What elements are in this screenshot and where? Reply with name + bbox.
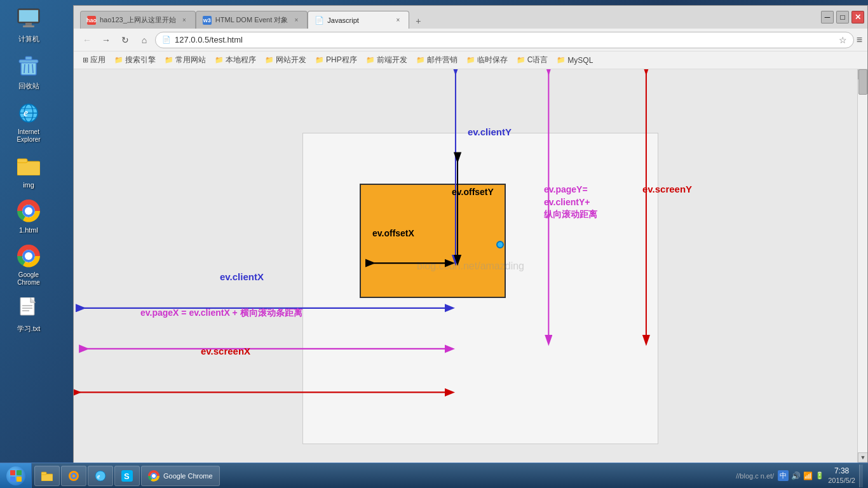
svg-point-23 xyxy=(25,252,32,260)
home-button[interactable]: ⌂ xyxy=(136,32,153,48)
scroll-thumb[interactable] xyxy=(858,69,867,95)
svg-point-20 xyxy=(25,207,32,215)
tabs-container: hao hao123_上网从这里开始 × w3 HTML DOM Event 对… xyxy=(77,6,427,29)
start-button[interactable] xyxy=(0,463,32,489)
folder-icon: 📁 xyxy=(557,56,566,64)
bookmark-email[interactable]: 📁 邮件营销 xyxy=(412,53,461,67)
chrome-menu-button[interactable]: ≡ xyxy=(857,34,862,46)
tab-javascript[interactable]: 📄 Javascript × xyxy=(308,11,409,29)
chrome-window: hao hao123_上网从这里开始 × w3 HTML DOM Event 对… xyxy=(73,5,868,463)
taskbar: e S xyxy=(0,463,868,488)
svg-text:S: S xyxy=(124,471,130,481)
txt-icon-label: 学习.txt xyxy=(17,324,41,334)
svg-rect-36 xyxy=(41,474,53,481)
chrome-taskbar-icon xyxy=(148,470,159,482)
tab2-favicon: w3 xyxy=(203,16,212,25)
desktop-icon-img[interactable]: img xyxy=(5,153,53,189)
computer-icon xyxy=(16,6,41,32)
folder-icon: 📁 xyxy=(366,56,375,64)
close-button[interactable]: ✕ xyxy=(851,11,864,24)
tab1-favicon: hao xyxy=(87,16,96,25)
txt-icon xyxy=(16,296,41,322)
network-icon[interactable]: 📶 xyxy=(803,471,813,480)
desktop-icon-recycle[interactable]: 回收站 xyxy=(5,53,53,91)
tab1-close-button[interactable]: × xyxy=(180,16,189,25)
desktop-icon-1html[interactable]: 1.html xyxy=(5,198,53,234)
battery-icon: 🔋 xyxy=(815,471,824,480)
minimize-button[interactable]: ─ xyxy=(821,11,834,24)
tab-hao123[interactable]: hao hao123_上网从这里开始 × xyxy=(80,11,196,29)
bookmark-temp[interactable]: 📁 临时保存 xyxy=(463,53,512,67)
bookmark-star-button[interactable]: ☆ xyxy=(839,35,847,45)
bookmark-mysql[interactable]: 📁 MySQL xyxy=(553,55,597,66)
grid-icon: ⊞ xyxy=(83,56,88,64)
skype-taskbar-icon: S xyxy=(121,470,133,482)
svg-text:e: e xyxy=(24,107,28,118)
svg-text:e: e xyxy=(97,473,100,480)
svg-rect-1 xyxy=(19,10,38,22)
chrome-icon xyxy=(16,243,41,269)
svg-rect-17 xyxy=(17,159,27,163)
system-clock[interactable]: 7:38 2015/5/2 xyxy=(828,466,855,485)
svg-rect-5 xyxy=(19,60,38,63)
bookmarks-bar: ⊞ 应用 📁 搜索引擎 📁 常用网站 📁 本地程序 📁 网站开发 📁 PH xyxy=(74,51,867,69)
tab3-favicon: 📄 xyxy=(315,16,323,25)
firefox-taskbar-icon xyxy=(68,470,79,482)
taskbar-item-skype[interactable]: S xyxy=(114,466,140,486)
title-bar: hao hao123_上网从这里开始 × w3 HTML DOM Event 对… xyxy=(74,6,867,29)
desktop-icon-computer[interactable]: 计算机 xyxy=(5,6,53,44)
img-icon-label: img xyxy=(23,181,34,189)
svg-rect-16 xyxy=(17,161,40,175)
1html-icon-label: 1.html xyxy=(19,226,38,234)
label-clientX: ev.clientX xyxy=(220,271,264,282)
desktop-icon-txt[interactable]: 学习.txt xyxy=(5,296,53,334)
bookmark-local[interactable]: 📁 本地程序 xyxy=(211,53,260,67)
taskbar-item-firefox[interactable] xyxy=(61,466,86,486)
tab2-title: HTML DOM Event 对象 xyxy=(215,15,288,25)
tab-w3[interactable]: w3 HTML DOM Event 对象 × xyxy=(196,11,308,29)
tab2-close-button[interactable]: × xyxy=(292,16,301,25)
forward-button[interactable]: → xyxy=(98,32,114,48)
clock-date: 2015/5/2 xyxy=(828,476,855,485)
svg-line-7 xyxy=(24,64,25,73)
desktop-icon-chrome[interactable]: GoogleChrome xyxy=(5,243,53,287)
show-desktop-button[interactable] xyxy=(859,464,863,487)
address-bar[interactable]: 📄 127.0.0.5/test.html ☆ xyxy=(155,32,854,48)
bookmarks-apps-button[interactable]: ⊞ 应用 xyxy=(79,53,109,67)
windows-orb xyxy=(6,466,25,485)
new-tab-button[interactable]: + xyxy=(409,13,427,29)
target-element xyxy=(360,184,506,298)
scroll-down-button[interactable]: ▼ xyxy=(858,452,867,463)
bookmark-common[interactable]: 📁 常用网站 xyxy=(161,53,210,67)
back-button[interactable]: ← xyxy=(79,32,95,48)
desktop: 计算机 回收站 xyxy=(0,0,868,463)
bookmark-webdev[interactable]: 📁 网站开发 xyxy=(261,53,310,67)
volume-icon[interactable]: 🔊 xyxy=(791,471,801,480)
bookmark-search[interactable]: 📁 搜索引擎 xyxy=(111,53,159,67)
maximize-button[interactable]: □ xyxy=(836,11,849,24)
lock-icon: 📄 xyxy=(162,36,171,44)
recycle-icon-label: 回收站 xyxy=(18,81,39,91)
svg-rect-6 xyxy=(25,57,32,60)
taskbar-item-explorer[interactable] xyxy=(34,466,60,486)
desktop-icon-ie[interactable]: e InternetExplorer xyxy=(5,100,53,144)
svg-rect-37 xyxy=(41,472,46,475)
taskbar-items: e S xyxy=(32,466,731,486)
reload-button[interactable]: ↻ xyxy=(117,32,133,48)
taskbar-item-chrome[interactable]: Google Chrome xyxy=(141,466,220,486)
ie-icon: e xyxy=(16,100,41,126)
folder-icon: 📁 xyxy=(466,56,475,64)
ie-icon-label: InternetExplorer xyxy=(17,128,40,144)
recycle-icon xyxy=(16,53,41,79)
desktop-icons: 计算机 回收站 xyxy=(0,0,57,340)
clock-time: 7:38 xyxy=(828,466,855,477)
tab3-close-button[interactable]: × xyxy=(393,16,402,25)
bookmark-frontend[interactable]: 📁 前端开发 xyxy=(362,53,411,67)
scrollbar[interactable]: ▲ ▼ xyxy=(857,69,867,463)
bookmark-php[interactable]: 📁 PHP程序 xyxy=(311,53,361,67)
computer-icon-label: 计算机 xyxy=(18,34,39,44)
taskbar-item-ie[interactable]: e xyxy=(88,466,113,486)
tab1-title: hao123_上网从这里开始 xyxy=(100,15,176,25)
bookmark-clang[interactable]: 📁 C语言 xyxy=(513,53,552,67)
svg-rect-2 xyxy=(25,23,32,25)
